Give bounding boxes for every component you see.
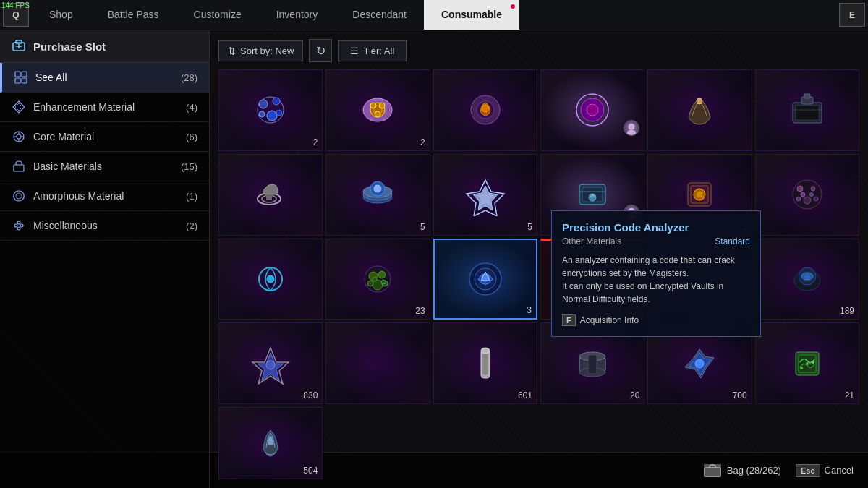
svg-marker-8 [13,101,25,113]
nav-tab-customize[interactable]: Customize [176,0,259,30]
svg-point-40 [627,129,637,135]
sidebar-item-amorphous[interactable]: Amorphous Material (1) [0,181,209,211]
sort-button[interactable]: ⇅ Sort by: New [218,40,303,61]
tooltip-action-label: Acquisition Info [580,315,639,325]
svg-point-77 [267,275,274,283]
sidebar-item-core-material[interactable]: Core Material (6) [0,122,209,152]
item-icon-14 [464,257,507,301]
nav-tab-consumable[interactable]: Consumable [424,0,519,30]
svg-rect-113 [588,355,597,374]
item-cell-20[interactable]: 601 [433,322,537,404]
item-count-8: 5 [527,222,532,232]
svg-point-106 [266,361,275,369]
sidebar-item-basic-materials[interactable]: Basic Materials (15) [0,152,209,181]
item-icon-3 [571,88,614,132]
item-cell-7[interactable]: 5 [326,154,430,236]
item-icon-11 [786,173,829,216]
svg-point-73 [814,197,818,201]
core-material-icon [12,129,26,144]
item-icon-23 [786,342,829,385]
tier-button[interactable]: ☰ Tier: All [338,40,407,61]
svg-point-103 [804,273,810,279]
main-layout: Purchase Slot See All (28) Enh [0,30,868,488]
sidebar: Purchase Slot See All (28) Enh [0,30,210,488]
item-count-7: 5 [420,222,425,232]
refresh-button[interactable]: ↻ [309,39,332,62]
sort-label: Sort by: New [240,46,294,56]
tier-filter-icon: ☰ [350,46,359,56]
item-cell-0[interactable]: 2 [218,69,323,151]
svg-point-22 [259,100,268,108]
item-cell-18[interactable]: 830 [218,322,323,404]
svg-point-68 [793,180,822,209]
item-icon-8 [464,173,507,216]
svg-marker-9 [15,103,22,111]
sidebar-header: Purchase Slot [0,30,209,63]
item-cell-24[interactable]: 504 [218,407,323,479]
svg-point-26 [276,110,282,116]
item-cell-13[interactable]: 23 [326,239,430,320]
item-cell-6[interactable] [218,154,323,236]
nav-tab-descendant[interactable]: Descendant [335,0,424,30]
svg-point-25 [259,111,265,117]
nav-tab-battlepass[interactable]: Battle Pass [90,0,176,30]
svg-point-72 [796,197,801,201]
nav-tab-inventory[interactable]: Inventory [259,0,336,30]
nav-key-e[interactable]: E [839,3,865,27]
svg-point-23 [273,98,280,105]
amorphous-label: Amorphous Material [33,190,179,202]
item-count-1: 2 [420,137,425,147]
svg-point-80 [378,271,386,278]
svg-point-84 [373,277,377,281]
item-cell-3[interactable] [540,69,644,151]
item-cell-8[interactable]: 5 [433,154,537,236]
item-cell-11[interactable] [755,154,859,236]
tooltip-action-key: F [562,314,576,326]
item-icon-19 [356,342,399,385]
svg-rect-108 [482,352,488,375]
svg-point-24 [267,111,277,121]
item-icon-4 [678,88,721,132]
item-cell-1[interactable]: 2 [326,69,430,151]
svg-point-18 [20,224,23,227]
item-icon-20 [464,342,507,385]
filter-bar: ⇅ Sort by: New ↻ ☰ Tier: All [218,39,859,62]
svg-point-35 [482,105,489,112]
item-icon-22 [678,342,721,385]
tooltip-title: Precision Code Analyzer [562,221,750,234]
see-all-label: See All [35,72,174,83]
see-all-icon [14,70,28,85]
svg-rect-43 [796,106,819,120]
item-cell-5[interactable] [755,69,859,151]
svg-rect-16 [14,165,24,171]
sidebar-item-see-all[interactable]: See All (28) [0,63,209,93]
item-cell-23[interactable]: 21 [755,322,859,404]
sidebar-item-miscellaneous[interactable]: Miscellaneous (2) [0,211,209,241]
miscellaneous-icon [12,218,26,233]
item-cell-12[interactable] [218,239,323,320]
item-cell-17[interactable]: 189 [755,239,859,320]
tooltip-rarity: Standard [715,236,750,247]
basic-materials-icon [12,159,26,174]
enhancement-count: (4) [186,102,197,113]
item-cell-19[interactable] [326,322,430,404]
item-icon-7 [356,173,399,216]
sidebar-item-enhancement[interactable]: Enhancement Material (4) [0,93,209,122]
svg-point-69 [797,186,803,192]
item-cell-2[interactable] [433,69,537,151]
svg-rect-7 [22,78,27,83]
svg-point-82 [367,281,373,286]
tooltip-subtitle: Other Materials Standard [562,236,750,247]
miscellaneous-count: (2) [186,221,197,231]
item-icon-6 [249,173,292,216]
nav-notification-dot [511,4,515,9]
svg-point-119 [812,361,814,364]
svg-point-41 [697,98,702,104]
top-navigation: Q Shop Battle Pass Customize Inventory D… [0,0,868,30]
svg-rect-49 [266,194,272,200]
item-cell-14[interactable]: 3 [433,239,537,320]
item-cell-4[interactable] [647,69,752,151]
nav-tab-shop[interactable]: Shop [32,0,90,30]
svg-point-54 [374,185,381,192]
miscellaneous-label: Miscellaneous [33,220,179,231]
